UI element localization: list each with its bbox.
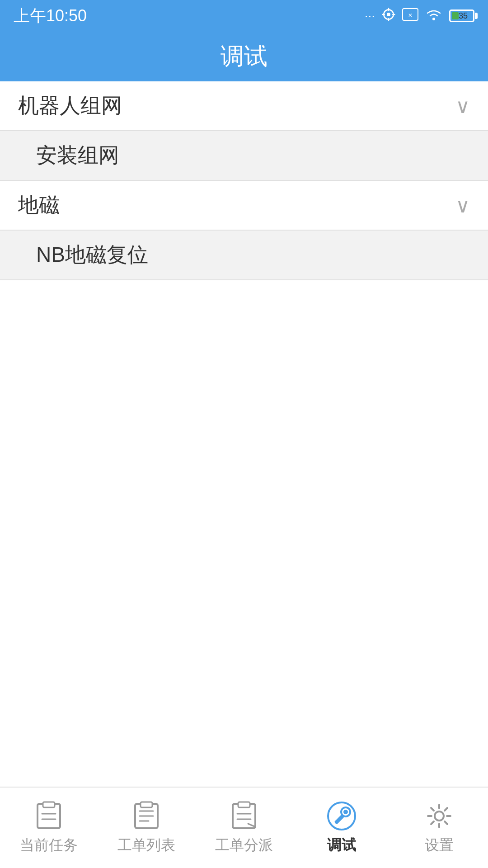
status-time: 上午10:50 [14, 5, 87, 27]
battery-text: 35 [459, 11, 468, 21]
svg-point-4 [432, 18, 435, 20]
work-dispatch-icon [228, 800, 260, 832]
svg-rect-15 [238, 802, 250, 807]
wifi-icon [425, 7, 443, 25]
gps-icon [381, 7, 396, 25]
sub-item-nb-reset[interactable]: NB地磁复位 [0, 231, 488, 280]
accordion-robot-network-label: 机器人组网 [18, 92, 122, 120]
dots-icon: ··· [365, 9, 375, 23]
chevron-down-icon: ∨ [455, 94, 470, 118]
nav-item-work-list[interactable]: 工单列表 [98, 800, 195, 855]
app-header: 调试 [0, 32, 488, 81]
accordion-robot-network[interactable]: 机器人组网 ∨ [0, 81, 488, 131]
nav-item-debug[interactable]: 调试 [293, 800, 390, 855]
accordion-geomagnetic-label: 地磁 [18, 191, 60, 219]
svg-line-18 [248, 824, 254, 826]
nav-item-settings[interactable]: 设置 [390, 800, 488, 855]
nav-label-current-task: 当前任务 [20, 835, 78, 855]
status-bar: 上午10:50 ··· ✕ 35 [0, 0, 488, 32]
battery-fill [452, 12, 459, 19]
svg-point-22 [435, 811, 444, 821]
current-task-icon [33, 800, 65, 832]
sub-item-nb-reset-label: NB地磁复位 [36, 241, 148, 269]
bottom-nav: 当前任务 工单列表 工单分派 调 [0, 787, 488, 868]
accordion-geomagnetic[interactable]: 地磁 ∨ [0, 181, 488, 231]
sim-icon: ✕ [402, 8, 418, 24]
svg-point-21 [343, 810, 348, 814]
work-list-icon [131, 800, 162, 832]
nav-item-work-dispatch[interactable]: 工单分派 [195, 800, 293, 855]
nav-label-work-list: 工单列表 [117, 835, 175, 855]
settings-icon [423, 800, 455, 832]
page-title: 调试 [221, 41, 267, 72]
svg-rect-13 [141, 802, 152, 807]
chevron-down-icon-2: ∨ [455, 194, 470, 217]
svg-rect-6 [43, 802, 55, 807]
svg-point-0 [387, 13, 390, 16]
sub-item-install-network[interactable]: 安装组网 [0, 131, 488, 181]
status-icons: ··· ✕ 35 [365, 7, 474, 25]
nav-item-current-task[interactable]: 当前任务 [0, 800, 98, 855]
battery-icon: 35 [449, 9, 474, 22]
sub-item-install-network-label: 安装组网 [36, 142, 119, 170]
nav-label-work-dispatch: 工单分派 [215, 835, 273, 855]
debug-icon [326, 800, 357, 832]
svg-text:✕: ✕ [408, 12, 413, 19]
nav-label-debug: 调试 [327, 835, 356, 855]
nav-label-settings: 设置 [425, 835, 454, 855]
main-content: 机器人组网 ∨ 安装组网 地磁 ∨ NB地磁复位 [0, 81, 488, 280]
